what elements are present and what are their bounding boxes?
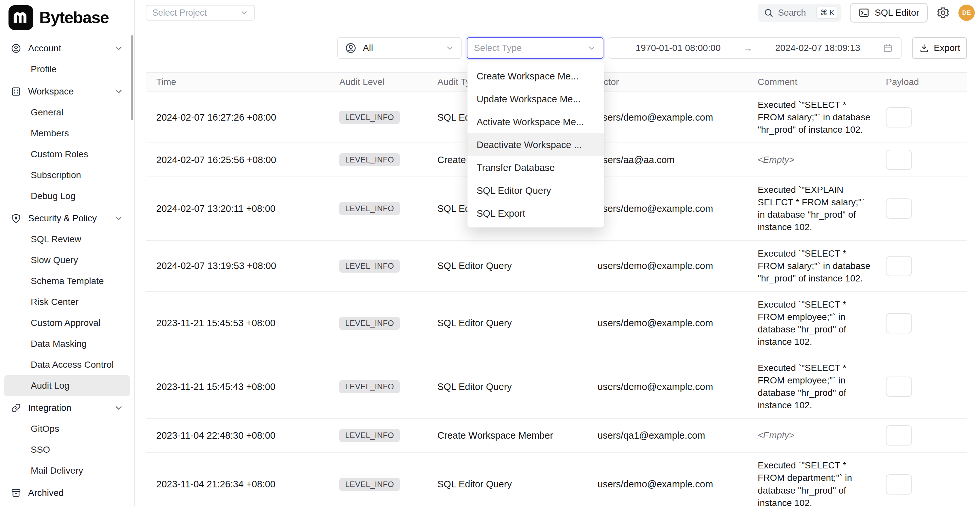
column-header-actor: Actor — [587, 77, 747, 87]
sidebar-item-sso[interactable]: SSO — [4, 439, 130, 460]
column-header-time: Time — [146, 77, 329, 87]
audit-log-row: 2023-11-04 22:48:30 +08:00 LEVEL_INFO Cr… — [146, 419, 967, 453]
cell-time: 2023-11-04 22:48:30 +08:00 — [146, 423, 329, 447]
cell-audit-level: LEVEL_INFO — [329, 374, 427, 400]
type-option-deactivate-workspace[interactable]: Deactivate Workspace ... — [468, 134, 604, 156]
sidebar-item-security-policy[interactable]: Security & Policy — [4, 208, 130, 229]
cell-audit-level: LEVEL_INFO — [329, 196, 427, 222]
payload-view-button[interactable] — [886, 256, 912, 276]
project-select[interactable]: Select Project — [146, 5, 255, 21]
sidebar: Bytebase Account Profile Workspace Gener… — [0, 0, 135, 506]
date-range-picker[interactable]: 1970-01-01 08:00:00 → 2024-02-07 18:09:1… — [609, 37, 902, 59]
cell-audit-level: LEVEL_INFO — [329, 310, 427, 336]
payload-view-button[interactable] — [886, 150, 912, 170]
sidebar-item-debug-log[interactable]: Debug Log — [4, 186, 130, 207]
search-icon — [764, 8, 773, 18]
cell-actor: users/aa@aa.com — [587, 148, 747, 172]
sidebar-item-profile[interactable]: Profile — [4, 59, 130, 80]
cell-comment: Executed `"SELECT * FROM salary;"` in da… — [747, 241, 878, 291]
sidebar-item-schema-template[interactable]: Schema Template — [4, 271, 130, 291]
sidebar-item-integration[interactable]: Integration — [4, 398, 130, 418]
actor-filter-select[interactable]: All — [337, 37, 461, 59]
sql-editor-label: SQL Editor — [875, 8, 919, 18]
payload-view-button[interactable] — [886, 199, 912, 219]
sidebar-item-members[interactable]: Members — [4, 123, 130, 144]
chevron-down-icon — [240, 8, 248, 17]
sidebar-item-custom-roles[interactable]: Custom Roles — [4, 144, 130, 165]
sidebar-item-account[interactable]: Account — [4, 38, 130, 59]
sidebar-item-workspace[interactable]: Workspace — [4, 81, 130, 102]
cell-audit-type: SQL Editor Query — [427, 375, 587, 399]
sidebar-item-general[interactable]: General — [4, 102, 130, 123]
cell-payload — [878, 101, 967, 134]
search-placeholder: Search — [778, 8, 806, 18]
sidebar-item-audit-log[interactable]: Audit Log — [4, 375, 130, 396]
type-option-sql-export[interactable]: SQL Export — [468, 202, 604, 225]
sidebar-item-archived[interactable]: Archived — [4, 482, 130, 503]
user-circle-icon — [345, 42, 357, 54]
cell-audit-level: LEVEL_INFO — [329, 104, 427, 130]
cell-audit-type: SQL Editor Query — [427, 254, 587, 278]
sidebar-item-sql-review[interactable]: SQL Review — [4, 229, 130, 250]
sidebar-item-data-masking[interactable]: Data Masking — [4, 333, 130, 354]
level-badge: LEVEL_INFO — [339, 317, 400, 330]
export-button[interactable]: Export — [912, 37, 967, 59]
type-option-update-workspace-me[interactable]: Update Workspace Me... — [468, 88, 604, 110]
cell-audit-type: SQL Editor Query — [427, 473, 587, 496]
type-option-transfer-database[interactable]: Transfer Database — [468, 156, 604, 179]
sidebar-nav: Account Profile Workspace General Member… — [0, 34, 134, 503]
payload-view-button[interactable] — [886, 425, 912, 446]
audit-log-page: All Select Type Create Workspace Me... U… — [135, 22, 980, 506]
cell-audit-level: LEVEL_INFO — [329, 422, 427, 449]
filter-row: All Select Type Create Workspace Me... U… — [146, 37, 967, 59]
payload-view-button[interactable] — [886, 313, 912, 333]
level-badge: LEVEL_INFO — [339, 153, 400, 166]
sidebar-scrollbar-thumb[interactable] — [131, 35, 134, 120]
audit-log-row: 2023-11-04 21:26:34 +08:00 LEVEL_INFO SQ… — [146, 453, 967, 506]
user-circle-icon — [10, 43, 22, 54]
type-filter-dropdown: Create Workspace Me... Update Workspace … — [468, 62, 604, 228]
settings-gear-icon[interactable] — [936, 6, 950, 20]
audit-log-row: 2023-11-21 15:45:53 +08:00 LEVEL_INFO SQ… — [146, 292, 967, 355]
cell-actor: users/qa1@example.com — [587, 423, 747, 447]
search-input[interactable]: Search ⌘ K — [758, 3, 842, 22]
cell-audit-type: Create Workspace Member — [427, 423, 587, 447]
column-header-payload: Payload — [878, 77, 967, 87]
sql-editor-button[interactable]: SQL Editor — [850, 3, 928, 22]
sidebar-item-gitops[interactable]: GitOps — [4, 418, 130, 439]
level-badge: LEVEL_INFO — [339, 429, 400, 442]
type-option-create-workspace-me[interactable]: Create Workspace Me... — [468, 65, 604, 88]
brand-name: Bytebase — [39, 8, 109, 27]
main-panel: Select Project Search ⌘ K SQL Editor DE — [135, 0, 980, 506]
cell-payload — [878, 468, 967, 501]
search-shortcut-badge: ⌘ K — [816, 6, 838, 19]
sidebar-item-subscription[interactable]: Subscription — [4, 165, 130, 186]
cell-payload — [878, 307, 967, 340]
type-filter-select[interactable]: Select Type Create Workspace Me... Updat… — [467, 37, 603, 59]
cell-payload — [878, 143, 967, 177]
level-badge: LEVEL_INFO — [339, 478, 400, 491]
payload-view-button[interactable] — [886, 377, 912, 397]
payload-view-button[interactable] — [886, 107, 912, 127]
cell-audit-type: SQL Editor Query — [427, 311, 587, 335]
brand-logo[interactable]: Bytebase — [0, 0, 134, 34]
type-option-sql-editor-query[interactable]: SQL Editor Query — [468, 179, 604, 202]
bytebase-logo-icon — [8, 5, 33, 30]
audit-log-row: 2023-11-21 15:45:43 +08:00 LEVEL_INFO SQ… — [146, 355, 967, 419]
chevron-down-icon — [114, 403, 124, 413]
archive-icon — [10, 487, 22, 498]
sidebar-item-custom-approval[interactable]: Custom Approval — [4, 312, 130, 333]
sidebar-item-data-access-control[interactable]: Data Access Control — [4, 354, 130, 375]
topbar-right: Search ⌘ K SQL Editor DE — [758, 3, 975, 22]
cell-payload — [878, 192, 967, 225]
chevron-down-icon — [587, 43, 596, 53]
type-option-activate-workspace-me[interactable]: Activate Workspace Me... — [468, 110, 604, 134]
payload-view-button[interactable] — [886, 474, 912, 495]
chevron-down-icon — [114, 87, 124, 96]
sidebar-item-slow-query[interactable]: Slow Query — [4, 250, 130, 271]
level-badge: LEVEL_INFO — [339, 202, 400, 215]
sidebar-item-mail-delivery[interactable]: Mail Delivery — [4, 460, 130, 481]
cell-audit-level: LEVEL_INFO — [329, 471, 427, 498]
sidebar-item-risk-center[interactable]: Risk Center — [4, 291, 130, 312]
user-avatar[interactable]: DE — [958, 5, 975, 21]
